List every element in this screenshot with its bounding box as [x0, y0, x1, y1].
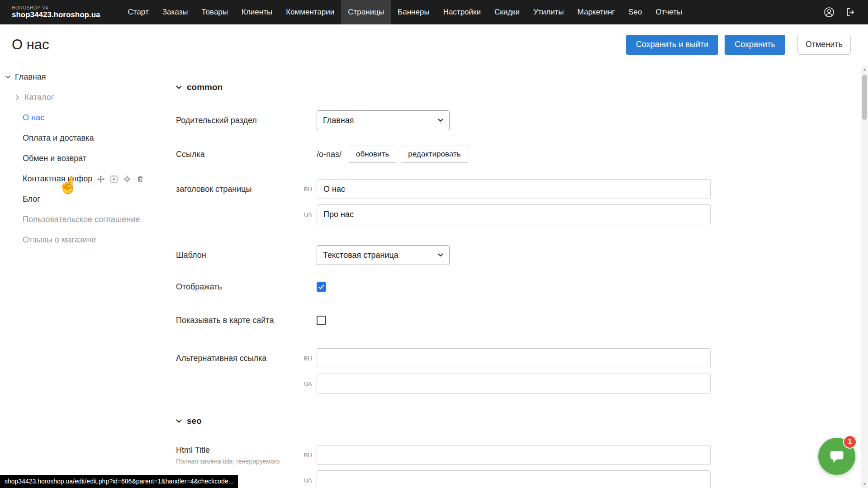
save-button[interactable]: Сохранить — [725, 35, 785, 55]
brand[interactable]: HOROSHOP V4 shop34423.horoshop.ua — [0, 5, 100, 19]
section-title: common — [187, 82, 223, 92]
display-row: Отображать — [176, 281, 868, 292]
sidebar-item-catalog[interactable]: Каталог — [0, 87, 159, 108]
alt-link-ru-row: Альтернативная ссылка RU — [176, 348, 868, 368]
page-header: О нас Сохранить и выйти Сохранить Отмени… — [0, 24, 868, 65]
sidebar-item-label: Каталог — [24, 93, 54, 102]
html-title-ua-row: UA — [176, 470, 868, 488]
menu-item-reports[interactable]: Отчеты — [649, 0, 689, 24]
row-action-icons — [97, 175, 144, 183]
field-label: Ссылка — [176, 150, 297, 159]
refresh-link-button[interactable]: обновить — [349, 146, 396, 163]
menu-item-pages[interactable]: Страницы — [341, 0, 391, 24]
field-label: заголовок страницы — [176, 185, 297, 194]
sidebar-item-label: Главная — [15, 72, 46, 82]
settings-icon[interactable] — [123, 175, 131, 183]
edit-link-button[interactable]: редактировать — [401, 146, 468, 163]
sidebar-item-label: Оплата и доставка — [23, 133, 94, 143]
parent-section-select[interactable]: Главная — [317, 110, 450, 130]
menu-item-products[interactable]: Товары — [195, 0, 235, 24]
content: Главная Каталог О нас Оплата и доставка … — [0, 65, 868, 488]
sidebar-item-blog[interactable]: Блог — [0, 189, 159, 209]
field-label: Отображать — [176, 282, 297, 292]
sidebar-item-about[interactable]: О нас — [0, 108, 159, 128]
section-title: seo — [187, 416, 202, 426]
sidebar-item-home[interactable]: Главная — [0, 67, 159, 87]
sidebar-item-exchange[interactable]: Обмен и возврат — [0, 148, 159, 169]
page-title-ru-input[interactable] — [317, 179, 711, 199]
page-title-ua-input[interactable] — [317, 204, 711, 224]
section-common[interactable]: common — [176, 81, 868, 93]
account-icon[interactable] — [824, 7, 835, 18]
display-checkbox[interactable] — [317, 282, 326, 292]
chat-widget-button[interactable]: 1 — [818, 438, 855, 475]
chat-bubble-icon — [827, 447, 846, 466]
sidebar-item-label: Обмен и возврат — [23, 154, 86, 163]
sidebar-item-label: Блог — [23, 194, 40, 204]
sitemap-checkbox[interactable] — [317, 316, 326, 325]
alt-link-ua-row: UA — [176, 374, 868, 393]
menu-item-settings[interactable]: Настройки — [436, 0, 488, 24]
scrollbar-thumb[interactable] — [862, 75, 867, 120]
selected-value: Главная — [323, 116, 354, 125]
menu-item-comments[interactable]: Комментарии — [279, 0, 341, 24]
field-label: Родительский раздел — [176, 116, 297, 125]
field-label: Шаблон — [176, 251, 297, 260]
chevron-down-icon[interactable] — [5, 76, 11, 79]
chevron-down-icon — [176, 85, 182, 89]
menu-item-start[interactable]: Старт — [121, 0, 156, 24]
lang-badge-ua: UA — [297, 380, 317, 387]
lang-badge-ua: UA — [297, 477, 317, 484]
lang-badge-ru: RU — [297, 452, 317, 459]
menu-item-discounts[interactable]: Скидки — [488, 0, 526, 24]
logout-icon[interactable] — [845, 7, 856, 18]
scrollbar-down-arrow[interactable]: ▼ — [861, 481, 868, 488]
chevron-right-icon[interactable] — [14, 95, 20, 100]
brand-version: HOROSHOP V4 — [12, 5, 100, 10]
link-row: Ссылка /o-nas/ обновить редактировать — [176, 146, 868, 163]
pages-tree: Главная Каталог О нас Оплата и доставка … — [0, 65, 159, 488]
menu-item-clients[interactable]: Клиенты — [235, 0, 279, 24]
alt-link-ru-input[interactable] — [317, 348, 711, 368]
alt-link-ua-input[interactable] — [317, 374, 711, 393]
menu-item-utilities[interactable]: Утилиты — [526, 0, 571, 24]
cancel-button[interactable]: Отменить — [797, 35, 851, 55]
sidebar-item-payment[interactable]: Оплата и доставка — [0, 128, 159, 148]
page-title-ua-row: UA — [176, 204, 868, 224]
menu-item-marketing[interactable]: Маркетинг — [571, 0, 622, 24]
section-seo[interactable]: seo — [176, 415, 868, 427]
lang-badge-ru: RU — [297, 186, 317, 193]
add-page-icon[interactable] — [110, 175, 118, 183]
scrollbar-up-arrow[interactable]: ▲ — [861, 66, 868, 73]
sidebar-item-contacts[interactable]: Контактная инфор — [0, 169, 159, 189]
html-title-ru-input[interactable] — [317, 445, 711, 465]
topbar: HOROSHOP V4 shop34423.horoshop.ua Старт … — [0, 0, 868, 24]
selected-value: Текстовая страница — [323, 251, 398, 260]
sidebar-item-reviews[interactable]: Отзывы о магазине — [0, 230, 159, 250]
move-icon[interactable] — [97, 175, 104, 183]
page: HOROSHOP V4 shop34423.horoshop.ua Старт … — [0, 0, 868, 488]
page-title-ru-row: заголовок страницы RU — [176, 179, 868, 199]
html-title-ua-input[interactable] — [317, 470, 711, 488]
page-title: О нас — [12, 37, 49, 53]
chevron-down-icon — [438, 118, 443, 122]
template-row: Шаблон Текстовая страница — [176, 245, 868, 265]
chat-unread-badge: 1 — [843, 435, 857, 449]
brand-domain: shop34423.horoshop.ua — [12, 10, 100, 19]
main-menu: Старт Заказы Товары Клиенты Комментарии … — [121, 0, 689, 24]
template-select[interactable]: Текстовая страница — [317, 245, 450, 265]
html-title-ru-row: Html Title Полная замена title, генериру… — [176, 445, 868, 465]
topbar-actions — [824, 7, 868, 18]
header-actions: Сохранить и выйти Сохранить Отменить — [626, 35, 851, 55]
delete-icon[interactable] — [137, 175, 144, 183]
menu-item-banners[interactable]: Баннеры — [391, 0, 436, 24]
menu-item-orders[interactable]: Заказы — [156, 0, 195, 24]
page-edit-form: common Родительский раздел Главная Ссылк… — [159, 65, 868, 488]
link-path: /o-nas/ — [317, 150, 342, 159]
sidebar-item-agreement[interactable]: Пользовательское соглашение — [0, 209, 159, 230]
field-label: Показывать в карте сайта — [176, 316, 297, 325]
chevron-down-icon — [438, 253, 443, 257]
save-exit-button[interactable]: Сохранить и выйти — [626, 35, 718, 55]
vertical-scrollbar[interactable]: ▲ ▼ — [861, 66, 868, 488]
menu-item-seo[interactable]: Seo — [621, 0, 649, 24]
